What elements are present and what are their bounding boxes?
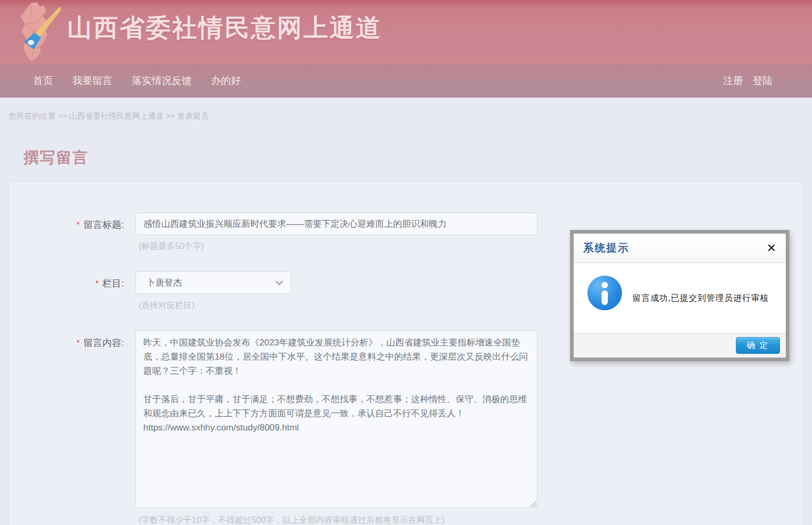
category-field-hint: (选择对应栏目): [139, 300, 195, 311]
page: 山西省委社情民意网上通道 首页 我要留言 落实情况反馈 办的好 注册 登陆 您所…: [0, 0, 812, 525]
dialog-body: 留言成功,已提交到管理员进行审核: [574, 263, 786, 333]
required-asterisk: *: [77, 339, 80, 348]
dialog-title: 系统提示: [583, 241, 629, 255]
dialog-titlebar: 系统提示 ✕: [574, 234, 786, 263]
site-header: 山西省委社情民意网上通道: [0, 0, 812, 64]
register-link[interactable]: 注册: [723, 74, 743, 88]
category-select-value: 卜唐登杰: [146, 277, 275, 289]
message-content-textarea[interactable]: 昨天，中国建筑业协会发布《2023年建筑业发展统计分析》，山西省建筑业主要指标增…: [135, 330, 537, 508]
site-title: 山西省委社情民意网上通道: [67, 12, 382, 45]
breadcrumb: 您所在的位置 >> 山西省委社情民意网上通道 >> 发表留言: [8, 111, 209, 121]
category-field-label: *栏目:: [0, 277, 124, 290]
dialog-footer: 确 定: [574, 333, 786, 358]
system-prompt-dialog: 系统提示 ✕ 留言成功,已提交到管理员进行审核 确 定: [570, 230, 789, 361]
close-icon[interactable]: ✕: [767, 243, 776, 254]
nav-item-well-done[interactable]: 办的好: [211, 74, 241, 88]
content-field-label: *留言内容:: [0, 337, 124, 349]
nav-auth: 注册 登陆: [723, 64, 773, 98]
chevron-down-icon: [275, 280, 283, 286]
shanxi-map-pen-logo: [10, 1, 61, 63]
ok-button[interactable]: 确 定: [736, 337, 780, 354]
message-title-input[interactable]: [135, 213, 537, 235]
page-title: 撰写留言: [24, 148, 89, 169]
required-asterisk: *: [96, 279, 99, 288]
nav-item-home[interactable]: 首页: [33, 74, 53, 88]
content-field-hint: (字数不得少于10字，不得超过500字，以上全部内容审核通过后都将显示在网页上): [139, 515, 445, 525]
login-link[interactable]: 登陆: [753, 74, 773, 88]
title-field-hint: (标题最多50个字): [139, 241, 204, 252]
dialog-message: 留言成功,已提交到管理员进行审核: [632, 292, 769, 303]
main-nav: 首页 我要留言 落实情况反馈 办的好 注册 登陆: [0, 64, 812, 98]
category-select[interactable]: 卜唐登杰: [135, 271, 291, 294]
nav-item-leave-message[interactable]: 我要留言: [72, 74, 112, 88]
title-field-label: *留言标题:: [0, 218, 124, 231]
info-icon: [587, 276, 622, 310]
nav-item-feedback[interactable]: 落实情况反馈: [132, 74, 192, 88]
nav-menu: 首页 我要留言 落实情况反馈 办的好: [33, 64, 241, 98]
required-asterisk: *: [77, 220, 80, 229]
